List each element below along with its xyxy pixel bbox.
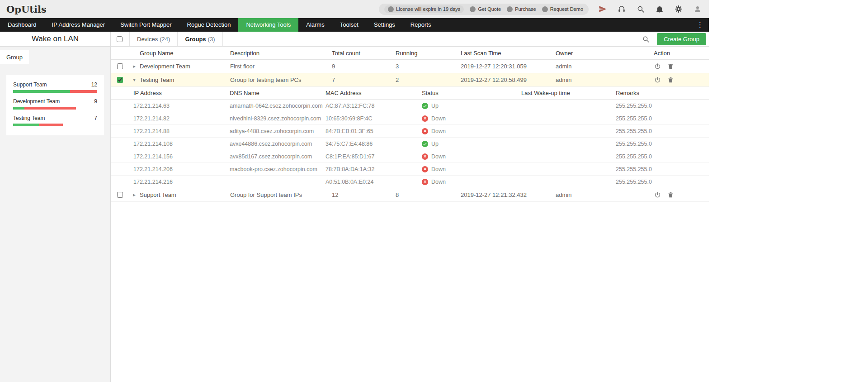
nav-item[interactable]: Rogue Detection [179,18,239,32]
table-row-development-team[interactable]: ▸ Development Team First floor 9 3 2019-… [111,60,709,73]
user-avatar-icon[interactable] [693,4,703,14]
status-icon [422,115,428,122]
get-quote-button[interactable]: Get Quote [470,6,501,12]
device-row[interactable]: 172.21.214.216 A0:51:0B:0A:E0:24 Down 25… [111,176,709,188]
device-row[interactable]: 172.21.214.63 amarnath-0642.csez.zohocor… [111,100,709,112]
group-description: Group for testing team PCs [230,76,332,83]
status-label: Down [431,166,446,172]
expand-arrow-icon[interactable]: ▸ [129,192,140,198]
col-remarks: Remarks [616,90,709,96]
table-row-testing-team[interactable]: ▾ Testing Team Group for testing team PC… [111,73,709,87]
purchase-icon [507,6,513,12]
table-search-icon[interactable] [641,34,651,44]
nav-item[interactable]: Settings [366,18,403,32]
delete-trash-icon[interactable] [667,76,674,84]
col-last-scan-time: Last Scan Time [461,50,556,57]
row-checkbox[interactable] [117,77,123,83]
device-remarks: 255.255.255.0 [616,115,709,122]
row-actions [654,191,709,199]
group-running: 8 [396,191,461,198]
settings-gear-icon[interactable] [674,4,684,14]
device-status: Down [422,153,521,160]
device-status: Down [422,166,521,172]
nav-item[interactable]: Switch Port Mapper [113,18,179,32]
tab-devices[interactable]: Devices (24) [129,32,178,46]
sidebar-tab-group[interactable]: Group [0,50,29,64]
col-ip-address: IP Address [133,90,230,96]
wake-power-icon[interactable] [654,63,661,70]
device-row[interactable]: 172.21.214.88 aditya-4488.csez.zohocorpi… [111,125,709,138]
wake-power-icon[interactable] [654,191,661,199]
device-row[interactable]: 172.21.214.82 nivedhini-8329.csez.zohoco… [111,112,709,125]
tab-devices-label: Devices [137,36,158,43]
group-stat-name: Support Team [13,81,47,88]
device-ip: 172.21.214.156 [133,153,230,160]
select-all-checkbox[interactable] [117,36,123,42]
get-quote-label: Get Quote [478,6,501,12]
group-stat-item[interactable]: Testing Team 7 [13,115,97,126]
request-demo-button[interactable]: Request Demo [542,6,583,12]
device-dns: avxe44886.csez.zohocorpin.com [230,141,326,147]
expand-arrow-icon[interactable]: ▸ [129,63,140,69]
request-demo-label: Request Demo [550,6,583,12]
kebab-menu-icon[interactable]: ⋮ [691,21,709,29]
group-total: 9 [332,63,396,70]
content-area: Group Support Team 12 [0,47,709,382]
device-row[interactable]: 172.21.214.108 avxe44886.csez.zohocorpin… [111,138,709,150]
wake-power-icon[interactable] [654,76,661,84]
running-bar-segment [13,124,39,126]
group-name[interactable]: Testing Team [140,76,230,83]
tab-groups[interactable]: Groups (3) [178,32,222,46]
col-running: Running [396,50,461,57]
create-group-button[interactable]: Create Group [657,33,706,45]
app-logo: OpUtils [6,4,47,15]
col-group-name: Group Name [140,50,230,57]
device-dns: avx85d167.csez.zohocorpin.com [230,153,326,160]
purchase-button[interactable]: Purchase [507,6,536,12]
nav-item[interactable]: Dashboard [0,18,44,32]
status-icon [422,179,428,185]
group-name[interactable]: Development Team [140,63,230,70]
col-owner: Owner [556,50,654,57]
nav-item[interactable]: Networking Tools [238,18,298,32]
nav-item[interactable]: Reports [403,18,439,32]
group-stat-item[interactable]: Development Team 9 [13,98,97,110]
headset-support-icon[interactable] [617,4,627,14]
sidebar: Group Support Team 12 [0,47,111,382]
group-owner: admin [556,76,654,83]
collapse-arrow-icon[interactable]: ▾ [129,77,140,83]
toolbar-right: Create Group [641,33,709,45]
device-mac: 84:7B:EB:01:3F:65 [326,128,422,134]
device-row[interactable]: 172.21.214.206 macbook-pro.csez.zohocorp… [111,163,709,176]
top-header: OpUtils License will expire in 19 days G… [0,0,709,18]
device-dns: macbook-pro.csez.zohocorpin.com [230,166,326,172]
running-bar-segment [13,107,24,110]
nav-item[interactable]: Toolset [332,18,366,32]
group-stat-item[interactable]: Support Team 12 [13,81,97,93]
device-mac: AC:87:A3:12:FC:78 [326,103,422,109]
devices-table-header: IP Address DNS Name MAC Address Status L… [111,87,709,100]
send-icon[interactable] [598,4,608,14]
row-checkbox[interactable] [117,63,123,69]
group-name[interactable]: Support Team [140,191,230,198]
group-stat-name: Development Team [13,98,60,105]
group-description: First floor [230,63,332,70]
row-actions [654,63,709,70]
table-row-support-team[interactable]: ▸ Support Team Group for Support team IP… [111,188,709,202]
delete-trash-icon[interactable] [667,63,674,70]
device-mac: 78:7B:8A:DA:1A:32 [326,166,422,172]
device-row[interactable]: 172.21.214.156 avx85d167.csez.zohocorpin… [111,150,709,163]
device-ip: 172.21.214.206 [133,166,230,172]
notifications-bell-icon[interactable] [655,4,665,14]
status-label: Down [431,115,446,122]
delete-trash-icon[interactable] [667,191,674,199]
status-label: Down [431,153,446,160]
device-ip: 172.21.214.108 [133,141,230,147]
nav-item[interactable]: Alarms [298,18,332,32]
row-checkbox[interactable] [117,192,123,198]
nav-item[interactable]: IP Address Manager [44,18,113,32]
page-title: Wake on LAN [0,32,111,46]
col-mac-address: MAC Address [326,90,422,96]
quote-icon [470,6,476,12]
search-icon[interactable] [636,4,646,14]
